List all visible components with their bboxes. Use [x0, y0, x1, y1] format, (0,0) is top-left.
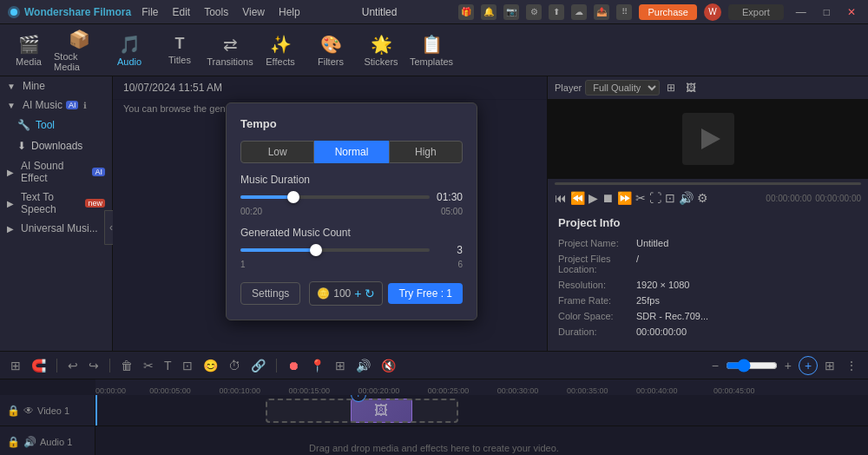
tl-speed-button[interactable]: ⏱ [225, 357, 244, 374]
tl-text-button[interactable]: T [161, 357, 175, 374]
toolbar-titles[interactable]: T Titles [155, 26, 205, 75]
cut-button[interactable]: ✂ [635, 191, 646, 205]
settings-button[interactable]: Settings [240, 282, 300, 305]
sidebar-item-ai-music[interactable]: ▼ AI Music AI ℹ [0, 96, 112, 115]
share-icon[interactable]: 📤 [594, 4, 609, 20]
toolbar-effects[interactable]: ✨ Effects [255, 26, 306, 75]
ai-music-label: AI Music [23, 99, 62, 111]
toolbar-templates[interactable]: 📋 Templates [406, 26, 457, 75]
toolbar-audio[interactable]: 🎵 Audio [104, 26, 155, 75]
drop-zone[interactable] [266, 399, 459, 423]
tl-emoji-button[interactable]: 😊 [200, 357, 221, 374]
info-val-duration: 00:00:00:00 [636, 326, 687, 337]
cloud-icon[interactable]: ☁ [571, 4, 587, 20]
rewind-button[interactable]: ⏪ [570, 191, 585, 205]
tl-snap-button[interactable]: 🧲 [28, 357, 49, 374]
minimize-button[interactable]: — [791, 4, 812, 20]
try-free-button[interactable]: Try Free : 1 [388, 283, 463, 304]
info-row-location: Project Files Location: / [558, 254, 858, 274]
tempo-normal-button[interactable]: Normal [314, 141, 388, 163]
menu-tools[interactable]: Tools [204, 6, 228, 18]
player-progress-bar[interactable] [555, 182, 861, 185]
purchase-button[interactable]: Purchase [639, 4, 696, 20]
track-video1-content[interactable]: 🖼 + [95, 395, 868, 425]
quality-select[interactable]: Full Quality [585, 80, 660, 96]
tl-layout-button[interactable]: ⊞ [821, 357, 838, 374]
sidebar-item-mine[interactable]: ▼ Mine [0, 76, 112, 96]
player-area: Player Full Quality ⊞ 🖼 ⏮ ⏪ [548, 76, 868, 208]
tl-zoom-in-button[interactable]: + [781, 357, 795, 374]
duration-thumb[interactable] [287, 191, 299, 203]
sidebar-item-universal[interactable]: ▶ Universal Musi... [0, 219, 112, 238]
track-audio1-volume[interactable]: 🔊 [23, 436, 36, 448]
fullscreen-button[interactable]: ⚙ [697, 191, 708, 205]
gift-icon[interactable]: 🎁 [458, 4, 474, 20]
panel-collapse-button[interactable]: ‹ [104, 210, 113, 245]
menu-edit[interactable]: Edit [172, 6, 190, 18]
tl-audio-button[interactable]: 🔊 [352, 357, 374, 374]
toolbar-stickers[interactable]: 🌟 Stickers [356, 26, 406, 75]
tl-delete-button[interactable]: 🗑 [117, 357, 136, 374]
toolbar-media[interactable]: 🎬 Media [3, 26, 54, 75]
toolbar-transitions[interactable]: ⇄ Transitions [205, 26, 255, 75]
tl-cut-button[interactable]: ✂ [140, 357, 157, 374]
tl-pip-button[interactable]: ⊞ [332, 357, 349, 374]
tl-marker-button[interactable]: 📍 [306, 357, 328, 374]
grid-icon[interactable]: ⚙ [526, 4, 542, 20]
toolbar-filters-label: Filters [318, 56, 344, 67]
volume-button[interactable]: 🔊 [679, 191, 694, 205]
skip-back-button[interactable]: ⏮ [555, 191, 567, 205]
track-audio1-lock[interactable]: 🔒 [7, 436, 20, 448]
loop-button[interactable]: ⛶ [649, 191, 661, 205]
ruler-tick-7: 00:00:35:00 [567, 386, 608, 395]
stop-button[interactable]: ⏹ [602, 191, 614, 205]
export-button[interactable]: Export [728, 4, 784, 20]
tl-zoom-out-button[interactable]: − [708, 357, 722, 374]
apps-icon[interactable]: ⠿ [616, 4, 632, 20]
sidebar-item-text-to-speech[interactable]: ▶ Text To Speech new [0, 188, 112, 219]
tl-more-button[interactable]: ⋮ [842, 357, 861, 374]
tl-link-button[interactable]: 🔗 [247, 357, 269, 374]
tl-undo-button[interactable]: ↩ [64, 357, 82, 374]
app-name: Wondershare Filmora [24, 6, 131, 18]
sidebar-item-downloads[interactable]: ⬇ Downloads [0, 135, 112, 156]
track-audio1-content[interactable] [95, 426, 868, 455]
upload-icon[interactable]: ⬆ [549, 4, 564, 20]
timeline-ruler: 00:00:00 00:00:05:00 00:00:10:00 00:00:1… [95, 379, 868, 395]
refresh-icon[interactable]: ↻ [365, 287, 375, 300]
toolbar-stock-media[interactable]: 📦 Stock Media [54, 26, 104, 75]
tl-record-button[interactable]: ⏺ [284, 357, 303, 374]
screenshot-icon[interactable]: 📷 [503, 4, 519, 20]
sidebar-item-ai-sound[interactable]: ▶ AI Sound Effect AI [0, 156, 112, 188]
tempo-low-button[interactable]: Low [240, 141, 314, 163]
sidebar-item-tool[interactable]: 🔧 Tool [0, 115, 112, 135]
tl-crop-button[interactable]: ⊡ [179, 357, 196, 374]
tl-mute-button[interactable]: 🔇 [378, 357, 399, 374]
account-avatar[interactable]: W [704, 3, 721, 21]
coins-button[interactable]: 🪙 100 + ↻ [309, 281, 383, 306]
zoom-slider[interactable] [726, 359, 778, 373]
menu-file[interactable]: File [141, 6, 158, 18]
ruler-tick-3: 00:00:15:00 [289, 386, 331, 395]
toolbar-filters[interactable]: 🎨 Filters [306, 26, 356, 75]
maximize-button[interactable]: □ [819, 4, 835, 20]
menu-view[interactable]: View [242, 6, 265, 18]
add-media-button[interactable]: + [799, 356, 818, 375]
count-thumb[interactable] [310, 244, 322, 256]
track-audio1-label: 🔒 🔊 Audio 1 [0, 426, 95, 455]
player-tool-1[interactable]: ⊞ [663, 80, 679, 96]
tempo-high-button[interactable]: High [389, 141, 463, 163]
menu-help[interactable]: Help [279, 6, 300, 18]
tl-redo-button[interactable]: ↪ [85, 357, 102, 374]
close-button[interactable]: ✕ [842, 4, 861, 20]
duration-slider[interactable] [240, 195, 430, 199]
track-video1-lock[interactable]: 🔒 [7, 405, 20, 417]
track-video1-visibility[interactable]: 👁 [23, 405, 34, 417]
play-button[interactable]: ▶ [589, 191, 598, 205]
tl-grid-button[interactable]: ⊞ [7, 357, 24, 374]
notification-icon[interactable]: 🔔 [481, 4, 496, 20]
count-slider[interactable] [240, 248, 430, 252]
forward-button[interactable]: ⏩ [617, 191, 632, 205]
crop-button[interactable]: ⊡ [665, 191, 675, 205]
player-tool-2[interactable]: 🖼 [682, 80, 700, 96]
